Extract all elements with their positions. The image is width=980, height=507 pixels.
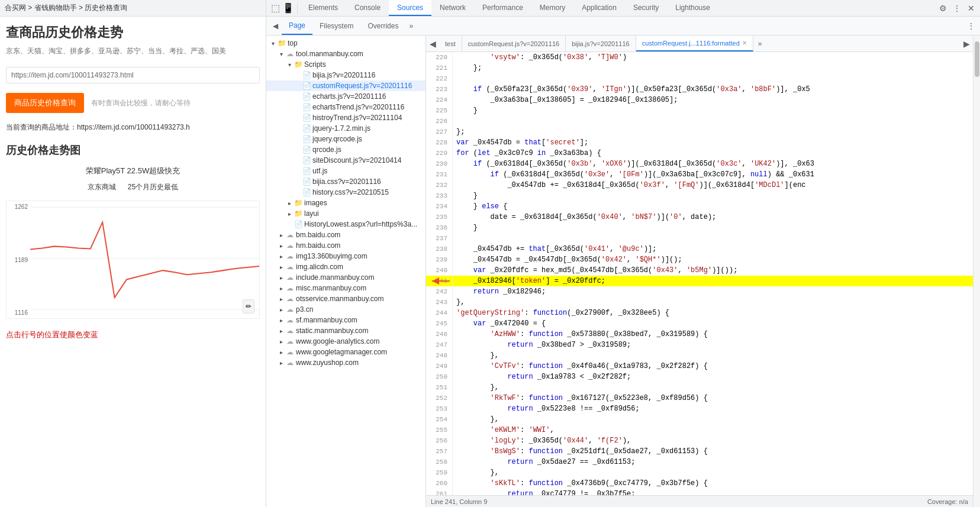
line-number[interactable]: 231: [426, 169, 453, 180]
nav-right-icon[interactable]: ▶: [960, 37, 973, 50]
line-number[interactable]: 235: [426, 212, 453, 222]
file-tree-item[interactable]: ▾☁tool.manmanbuy.com: [266, 49, 425, 59]
code-line[interactable]: 224 _0x3a63ba[_0x138605] = _0x182946[_0x…: [426, 95, 973, 105]
code-line[interactable]: 236 }: [426, 222, 973, 233]
tab-network[interactable]: Network: [431, 0, 474, 16]
code-line[interactable]: 229for (let _0x3c07c9 in _0x3a63ba) {: [426, 148, 973, 159]
code-line[interactable]: 222: [426, 73, 973, 84]
code-line[interactable]: 256 'logLy': _0x365d('0x44', 'f(F2'),: [426, 435, 973, 446]
tab-sources[interactable]: Sources: [389, 0, 431, 16]
line-number[interactable]: 241: [426, 276, 453, 286]
line-number[interactable]: 221: [426, 63, 453, 73]
code-scrollbar[interactable]: [973, 35, 980, 507]
code-line[interactable]: 244'getQueryString': function(_0x27900f,…: [426, 308, 973, 318]
code-line[interactable]: 235 date = _0x6318d4[_0x365d('0x40', 'bN…: [426, 212, 973, 222]
file-tree-item[interactable]: ▸☁include.manmanbuy.com: [266, 272, 425, 283]
code-line[interactable]: 245 var _0x472040 = {: [426, 318, 973, 329]
tab-memory[interactable]: Memory: [531, 0, 573, 16]
file-tree-item[interactable]: ▸☁otsservice.manmanbuy.com: [266, 293, 425, 304]
code-line[interactable]: 243},: [426, 297, 973, 308]
file-tree-item[interactable]: 📄bijia.js?v=20201116: [266, 70, 425, 80]
file-tree-item[interactable]: 📄jquery-1.7.2.min.js: [266, 123, 425, 134]
line-number[interactable]: 226: [426, 116, 453, 127]
url-input[interactable]: [6, 67, 260, 83]
code-line[interactable]: 220 'vsytw': _0x365d('0x38', 'T]W0'): [426, 52, 973, 63]
line-number[interactable]: 225: [426, 105, 453, 116]
code-tab-customrequest[interactable]: customRequest.js?v=20201116: [462, 35, 566, 51]
line-number[interactable]: 238: [426, 244, 453, 254]
file-tree-item[interactable]: 📄qrcode.js: [266, 144, 425, 155]
tab-security[interactable]: Security: [625, 0, 667, 16]
code-line[interactable]: 227};: [426, 127, 973, 137]
line-number[interactable]: 249: [426, 361, 453, 372]
collapse-icon[interactable]: ◀: [269, 20, 282, 33]
file-tree-item[interactable]: ▸📁layui: [266, 208, 425, 219]
line-number[interactable]: 243: [426, 297, 453, 308]
code-tab-close-icon[interactable]: ✕: [742, 40, 747, 46]
line-number[interactable]: 244: [426, 308, 453, 318]
settings-icon[interactable]: ⚙: [936, 2, 949, 15]
line-number[interactable]: 229: [426, 148, 453, 159]
code-line[interactable]: 260 'sKkTL': function _0x4736b9(_0xc7477…: [426, 478, 973, 489]
code-tabs-more-icon[interactable]: »: [753, 40, 767, 48]
file-tree-item[interactable]: 📄siteDiscount.js?v=20210414: [266, 155, 425, 166]
tab-lighthouse[interactable]: Lighthouse: [667, 0, 718, 16]
line-number[interactable]: 227: [426, 127, 453, 137]
line-number[interactable]: 223: [426, 84, 453, 95]
line-number[interactable]: 248: [426, 350, 453, 361]
line-number[interactable]: 250: [426, 372, 453, 382]
file-tree-item[interactable]: ▸☁www.zuyushop.com: [266, 357, 425, 368]
code-line[interactable]: 241 _0x182946['token'] = _0x20fdfc;: [426, 276, 973, 286]
code-line[interactable]: 253 return _0x5223e8 !== _0xf89d56;: [426, 403, 973, 414]
code-line[interactable]: 242 return _0x182946;: [426, 286, 973, 297]
line-number[interactable]: 246: [426, 329, 453, 340]
line-number[interactable]: 247: [426, 340, 453, 350]
line-number[interactable]: 259: [426, 467, 453, 478]
code-line[interactable]: 225 }: [426, 105, 973, 116]
code-line[interactable]: 223 if (_0x50fa23[_0x365d('0x39', 'ITgn'…: [426, 84, 973, 95]
tab-application[interactable]: Application: [573, 0, 625, 16]
file-tree-item[interactable]: ▸☁sf.manmanbuy.com: [266, 315, 425, 325]
line-number[interactable]: 256: [426, 435, 453, 446]
line-number[interactable]: 240: [426, 265, 453, 276]
line-number[interactable]: 230: [426, 159, 453, 169]
file-tree-item[interactable]: ▸☁www.google-analytics.com: [266, 336, 425, 347]
code-line[interactable]: 240 var _0x20fdfc = hex_md5(_0x4547db[_0…: [426, 265, 973, 276]
search-button[interactable]: 商品历史价格查询: [6, 93, 84, 113]
file-tree-item[interactable]: ▸☁img.alicdn.com: [266, 261, 425, 272]
line-number[interactable]: 257: [426, 446, 453, 457]
line-number[interactable]: 234: [426, 201, 453, 212]
line-number[interactable]: 239: [426, 254, 453, 265]
line-number[interactable]: 220: [426, 52, 453, 63]
tab-performance[interactable]: Performance: [474, 0, 531, 16]
file-tree-item[interactable]: ▾📁Scripts: [266, 59, 425, 70]
code-line[interactable]: 255 'eKWLM': 'WWI',: [426, 425, 973, 435]
code-line[interactable]: 261 return _0xc74779 != _0x3b7f5e;: [426, 489, 973, 495]
code-line[interactable]: 234 } else {: [426, 201, 973, 212]
code-line[interactable]: 257 'BsWgS': function _0x251df1(_0x5dae2…: [426, 446, 973, 457]
file-tree-item[interactable]: ▸☁p3.cn: [266, 304, 425, 315]
line-number[interactable]: 222: [426, 73, 453, 84]
code-tab-bijia[interactable]: bijia.js?v=20201116: [566, 35, 636, 51]
devtools-icon-device[interactable]: 📱: [282, 2, 295, 15]
code-line[interactable]: 247 return _0x38bed7 > _0x319589;: [426, 340, 973, 350]
file-tree-item[interactable]: ▸☁hm.baidu.com: [266, 240, 425, 251]
line-number[interactable]: 260: [426, 478, 453, 489]
code-line[interactable]: 228var _0x4547db = that['secret'];: [426, 137, 973, 148]
code-line[interactable]: 254 },: [426, 414, 973, 425]
line-number[interactable]: 252: [426, 393, 453, 403]
file-tree-item[interactable]: ▾📁top: [266, 38, 425, 49]
code-tab-formatted[interactable]: customRequest.j...1116:formatted ✕: [636, 35, 753, 51]
line-number[interactable]: 255: [426, 425, 453, 435]
code-line[interactable]: 237: [426, 233, 973, 244]
code-line[interactable]: 249 'CvTFv': function _0x4f0a46(_0x1a978…: [426, 361, 973, 372]
code-content[interactable]: 220 'vsytw': _0x365d('0x38', 'T]W0')221 …: [426, 52, 973, 495]
file-tree-item[interactable]: 📄history.css?v=20210515: [266, 187, 425, 198]
code-line[interactable]: 250 return _0x1a9783 < _0x2f282f;: [426, 372, 973, 382]
file-tree-item[interactable]: ▸☁bm.baidu.com: [266, 230, 425, 240]
code-line[interactable]: 221 };: [426, 63, 973, 73]
line-number[interactable]: 258: [426, 457, 453, 467]
code-line[interactable]: 226: [426, 116, 973, 127]
file-tree-item[interactable]: 📄customRequest.js?v=20201116: [266, 80, 425, 91]
code-line[interactable]: 248 },: [426, 350, 973, 361]
